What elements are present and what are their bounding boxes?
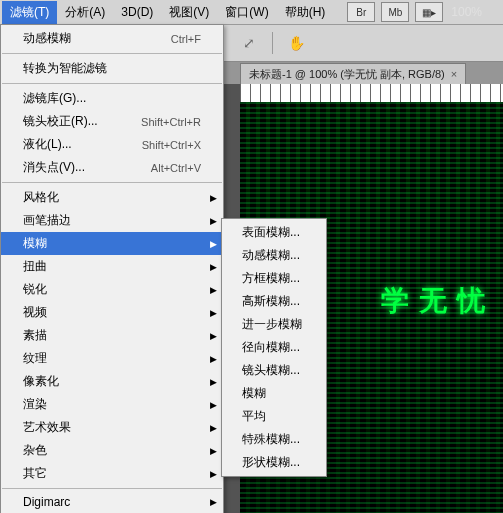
submenu-item-label: 进一步模糊 xyxy=(242,317,302,331)
pointer-icon[interactable]: ⤢ xyxy=(240,34,258,52)
document-tab-title: 未标题-1 @ 100% (学无忧 副本, RGB/8) xyxy=(249,67,445,82)
submenu-item-label: 形状模糊... xyxy=(242,455,300,469)
menu-item[interactable]: 锐化▶ xyxy=(1,278,223,301)
menu-item-label: 艺术效果 xyxy=(23,419,201,436)
menu-item-shortcut: Shift+Ctrl+R xyxy=(129,116,201,128)
filter-menu: 动感模糊Ctrl+F转换为智能滤镜滤镜库(G)...镜头校正(R)...Shif… xyxy=(0,24,224,513)
close-icon[interactable]: × xyxy=(451,68,457,80)
submenu-arrow-icon: ▶ xyxy=(210,193,217,203)
menu-item-shortcut: Shift+Ctrl+X xyxy=(130,139,201,151)
submenu-arrow-icon: ▶ xyxy=(210,446,217,456)
submenu-arrow-icon: ▶ xyxy=(210,308,217,318)
zoom-readout: 100% xyxy=(451,5,482,19)
submenu-item[interactable]: 平均 xyxy=(222,405,326,428)
menu-item-label: 模糊 xyxy=(23,235,201,252)
submenu-arrow-icon: ▶ xyxy=(210,331,217,341)
menu-item-label: 动感模糊 xyxy=(23,30,159,47)
menu-item[interactable]: 艺术效果▶ xyxy=(1,416,223,439)
canvas-text: 学无忧 xyxy=(381,282,495,320)
submenu-item-label: 动感模糊... xyxy=(242,248,300,262)
menu-item-label: 液化(L)... xyxy=(23,136,130,153)
separator xyxy=(272,32,273,54)
submenu-arrow-icon: ▶ xyxy=(210,377,217,387)
menu-item-label: 转换为智能滤镜 xyxy=(23,60,201,77)
menu-item-label: 风格化 xyxy=(23,189,201,206)
menu-3d[interactable]: 3D(D) xyxy=(113,2,161,22)
submenu-arrow-icon: ▶ xyxy=(210,423,217,433)
submenu-item[interactable]: 动感模糊... xyxy=(222,244,326,267)
menu-item[interactable]: 画笔描边▶ xyxy=(1,209,223,232)
submenu-arrow-icon: ▶ xyxy=(210,262,217,272)
menu-analysis[interactable]: 分析(A) xyxy=(57,1,113,24)
menu-item-label: Digimarc xyxy=(23,495,201,509)
menu-item[interactable]: 其它▶ xyxy=(1,462,223,485)
menu-item[interactable]: 模糊▶ xyxy=(1,232,223,255)
submenu-item-label: 高斯模糊... xyxy=(242,294,300,308)
menu-item-label: 素描 xyxy=(23,327,201,344)
menu-item-shortcut: Ctrl+F xyxy=(159,33,201,45)
menu-item-label: 渲染 xyxy=(23,396,201,413)
submenu-arrow-icon: ▶ xyxy=(210,239,217,249)
menu-item[interactable]: 素描▶ xyxy=(1,324,223,347)
menu-separator xyxy=(2,488,222,489)
menu-separator xyxy=(2,182,222,183)
submenu-item-label: 模糊 xyxy=(242,386,266,400)
submenu-item-label: 镜头模糊... xyxy=(242,363,300,377)
menu-item[interactable]: 扭曲▶ xyxy=(1,255,223,278)
submenu-item[interactable]: 方框模糊... xyxy=(222,267,326,290)
layout-button[interactable]: ▦▸ xyxy=(415,2,443,22)
submenu-item[interactable]: 高斯模糊... xyxy=(222,290,326,313)
menu-item[interactable]: 杂色▶ xyxy=(1,439,223,462)
menu-item[interactable]: Digimarc▶ xyxy=(1,492,223,512)
menu-item-label: 视频 xyxy=(23,304,201,321)
menu-item-label: 其它 xyxy=(23,465,201,482)
menu-item[interactable]: 动感模糊Ctrl+F xyxy=(1,27,223,50)
horizontal-ruler xyxy=(240,84,503,103)
menubar: 滤镜(T) 分析(A) 3D(D) 视图(V) 窗口(W) 帮助(H) Br M… xyxy=(0,0,503,25)
menu-window[interactable]: 窗口(W) xyxy=(217,1,276,24)
menu-item[interactable]: 转换为智能滤镜 xyxy=(1,57,223,80)
menu-item-shortcut: Alt+Ctrl+V xyxy=(139,162,201,174)
menu-item[interactable]: 视频▶ xyxy=(1,301,223,324)
submenu-item-label: 表面模糊... xyxy=(242,225,300,239)
menu-view[interactable]: 视图(V) xyxy=(161,1,217,24)
menu-separator xyxy=(2,53,222,54)
submenu-item[interactable]: 模糊 xyxy=(222,382,326,405)
menu-item[interactable]: 消失点(V)...Alt+Ctrl+V xyxy=(1,156,223,179)
mb-button[interactable]: Mb xyxy=(381,2,409,22)
submenu-item-label: 特殊模糊... xyxy=(242,432,300,446)
menu-separator xyxy=(2,83,222,84)
menu-item[interactable]: 渲染▶ xyxy=(1,393,223,416)
menu-item[interactable]: 滤镜库(G)... xyxy=(1,87,223,110)
menu-item-label: 镜头校正(R)... xyxy=(23,113,129,130)
menu-help[interactable]: 帮助(H) xyxy=(277,1,334,24)
submenu-item[interactable]: 径向模糊... xyxy=(222,336,326,359)
submenu-item[interactable]: 特殊模糊... xyxy=(222,428,326,451)
br-button[interactable]: Br xyxy=(347,2,375,22)
menu-filter[interactable]: 滤镜(T) xyxy=(2,1,57,24)
submenu-item-label: 径向模糊... xyxy=(242,340,300,354)
submenu-arrow-icon: ▶ xyxy=(210,469,217,479)
menu-item-label: 扭曲 xyxy=(23,258,201,275)
document-tab[interactable]: 未标题-1 @ 100% (学无忧 副本, RGB/8) × xyxy=(240,63,466,84)
menu-item[interactable]: 风格化▶ xyxy=(1,186,223,209)
submenu-arrow-icon: ▶ xyxy=(210,354,217,364)
menu-item-label: 消失点(V)... xyxy=(23,159,139,176)
submenu-arrow-icon: ▶ xyxy=(210,400,217,410)
menu-item-label: 滤镜库(G)... xyxy=(23,90,201,107)
hand-icon[interactable]: ✋ xyxy=(287,34,305,52)
submenu-item[interactable]: 进一步模糊 xyxy=(222,313,326,336)
blur-submenu: 表面模糊...动感模糊...方框模糊...高斯模糊...进一步模糊径向模糊...… xyxy=(221,218,327,477)
menu-item[interactable]: 像素化▶ xyxy=(1,370,223,393)
submenu-arrow-icon: ▶ xyxy=(210,497,217,507)
menu-item[interactable]: 纹理▶ xyxy=(1,347,223,370)
submenu-item-label: 方框模糊... xyxy=(242,271,300,285)
submenu-arrow-icon: ▶ xyxy=(210,285,217,295)
menu-item-label: 锐化 xyxy=(23,281,201,298)
menu-item[interactable]: 液化(L)...Shift+Ctrl+X xyxy=(1,133,223,156)
submenu-item[interactable]: 形状模糊... xyxy=(222,451,326,474)
menu-item[interactable]: 镜头校正(R)...Shift+Ctrl+R xyxy=(1,110,223,133)
submenu-item[interactable]: 镜头模糊... xyxy=(222,359,326,382)
submenu-item-label: 平均 xyxy=(242,409,266,423)
submenu-item[interactable]: 表面模糊... xyxy=(222,221,326,244)
